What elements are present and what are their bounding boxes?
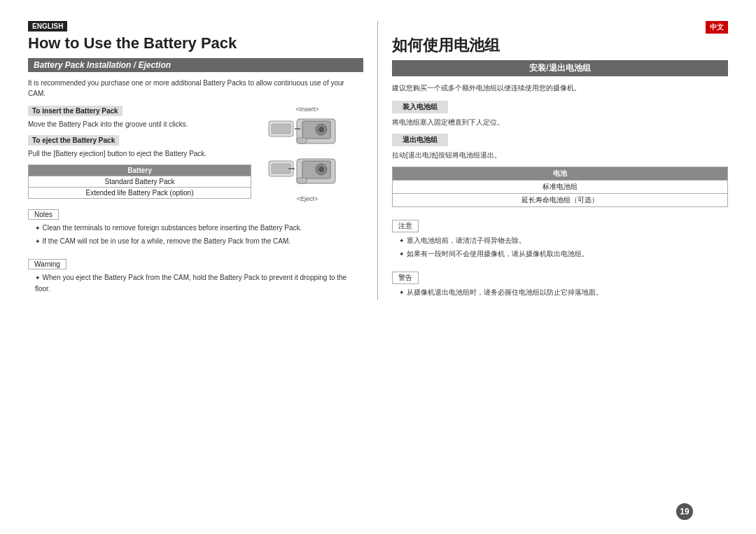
notes-box-en: Notes Clean the terminals to remove fore… xyxy=(28,209,363,246)
chinese-badge: 中文 xyxy=(706,21,728,34)
cn-insert-section: 装入电池组 将电池组塞入固定槽直到下人定位。 退出电池组 拉动[退出电池]按钮将… xyxy=(392,101,728,161)
eject-label: To eject the Battery Pack xyxy=(28,135,119,146)
warning-item-1-en: When you eject the Battery Pack from the… xyxy=(28,272,363,294)
cn-eject-label: 退出电池组 xyxy=(392,134,448,146)
section-header-en: Battery Pack Installation / Ejection xyxy=(28,58,363,72)
svg-point-3 xyxy=(318,127,324,132)
svg-rect-6 xyxy=(272,124,290,134)
battery-text-area: To insert the Battery Pack Move the Batt… xyxy=(28,106,251,202)
notes-box-cn: 注意 塞入电池组前，请清洁子得异物去除。 如果有一段时间不会使用摄像机，请从摄像… xyxy=(392,220,728,259)
cn-warning-item-1: 从摄像机退出电池组时，请务必握住电池组以防止它掉落地面。 xyxy=(392,287,728,298)
intro-text-cn: 建议您购买一个或多个额外电池组以便连续使用您的摄像机。 xyxy=(392,82,728,94)
table-row: Extended life Battery Pack (option) xyxy=(29,188,251,199)
cn-insert-text: 将电池组塞入固定槽直到下人定位。 xyxy=(392,116,728,128)
note-item-2-en: If the CAM will not be in use for a whil… xyxy=(28,236,363,247)
section-header-cn: 安装/退出电池组 xyxy=(392,60,728,76)
cn-battery-header: 电池 xyxy=(393,167,728,181)
warning-label-cn: 警告 xyxy=(392,272,419,284)
eject-text: Pull the [Battery ejection] button to ej… xyxy=(28,148,251,159)
camera-diagram-area: <Insert> xyxy=(251,106,363,202)
cn-battery-row-1: 标准电池组 xyxy=(393,181,728,194)
battery-table: Battery Standard Battery Pack Extended l… xyxy=(28,164,251,199)
diagram-eject-label: <Eject> xyxy=(297,195,318,202)
warning-box-en: Warning When you eject the Battery Pack … xyxy=(28,253,363,294)
battery-table-header: Battery xyxy=(29,165,251,176)
svg-rect-14 xyxy=(272,164,290,174)
intro-text-en: It is recommended you purchase one or mo… xyxy=(28,78,363,99)
main-title-en: How to Use the Battery Pack xyxy=(28,34,363,52)
cn-battery-row-2: 延长寿命电池组（可选） xyxy=(393,194,728,207)
table-row: Standard Battery Pack xyxy=(29,176,251,188)
main-title-cn: 如何使用电池组 xyxy=(392,36,728,55)
notes-label-en: Notes xyxy=(28,209,59,220)
battery-table-cn: 电池 标准电池组 延长寿命电池组（可选） xyxy=(392,167,728,207)
notes-label-cn: 注意 xyxy=(392,220,419,232)
english-badge: ENGLISH xyxy=(28,21,67,31)
camera-diagram-svg xyxy=(255,115,360,192)
note-item-1-en: Clean the terminals to remove foreign su… xyxy=(28,223,363,234)
right-column: 中文 如何使用电池组 安装/退出电池组 建议您购买一个或多个额外电池组以便连续使… xyxy=(378,21,728,300)
table-row: 标准电池组 xyxy=(393,181,728,194)
battery-content-row: To insert the Battery Pack Move the Batt… xyxy=(28,106,363,202)
diagram-insert-label: <Insert> xyxy=(295,106,318,113)
insert-label: To insert the Battery Pack xyxy=(28,106,122,116)
cn-note-item-1: 塞入电池组前，请清洁子得异物去除。 xyxy=(392,235,728,246)
cn-insert-label: 装入电池组 xyxy=(392,101,448,113)
insert-text: Move the Battery Pack into the groove un… xyxy=(28,119,251,129)
svg-rect-12 xyxy=(297,178,307,183)
cn-eject-text: 拉动[退出电池]按钮将电池组退出。 xyxy=(392,149,728,161)
left-column: ENGLISH How to Use the Battery Pack Batt… xyxy=(28,21,378,300)
warning-label-en: Warning xyxy=(28,259,66,269)
svg-point-11 xyxy=(318,167,324,172)
table-row: 延长寿命电池组（可选） xyxy=(393,194,728,207)
warning-box-cn: 警告 从摄像机退出电池组时，请务必握住电池组以防止它掉落地面。 xyxy=(392,266,728,298)
page-number: 19 xyxy=(676,503,693,520)
battery-row-1: Standard Battery Pack xyxy=(29,176,251,188)
svg-rect-4 xyxy=(297,138,307,143)
cn-note-item-2: 如果有一段时间不会使用摄像机，请从摄像机取出电池组。 xyxy=(392,248,728,260)
battery-row-2: Extended life Battery Pack (option) xyxy=(29,188,251,199)
